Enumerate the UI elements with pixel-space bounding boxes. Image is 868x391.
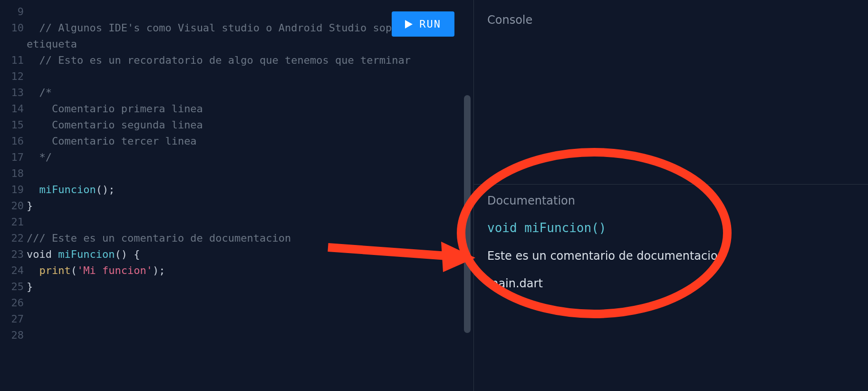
documentation-panel: Documentation void miFuncion() Este es u…: [474, 185, 868, 391]
code-line[interactable]: }: [27, 279, 473, 295]
editor-pane: RUN 910111213141516171819202122232425262…: [0, 0, 473, 391]
code-line[interactable]: void miFuncion() {: [27, 246, 473, 263]
line-number: 28: [0, 327, 24, 343]
line-number: 14: [0, 101, 24, 117]
code-line[interactable]: /// Este es un comentario de documentaci…: [27, 230, 473, 246]
line-number: 10: [0, 20, 24, 52]
line-number: 22: [0, 230, 24, 246]
editor-scrollbar-thumb[interactable]: [464, 95, 471, 333]
line-number: 13: [0, 85, 24, 101]
code-line[interactable]: [27, 311, 473, 327]
documentation-signature: void miFuncion(): [487, 221, 855, 235]
line-number: 12: [0, 68, 24, 85]
code-line[interactable]: }: [27, 198, 473, 214]
code-line[interactable]: /*: [27, 85, 473, 101]
code-line[interactable]: print('Mi funcion');: [27, 263, 473, 279]
line-number: 23: [0, 246, 24, 263]
code-line[interactable]: [27, 68, 473, 85]
svg-marker-0: [405, 20, 413, 29]
line-number: 9: [0, 4, 24, 20]
line-number: 27: [0, 311, 24, 327]
line-number: 24: [0, 263, 24, 279]
code-line[interactable]: [27, 214, 473, 230]
code-line[interactable]: // Esto es un recordatorio de algo que t…: [27, 52, 473, 68]
code-line[interactable]: */: [27, 149, 473, 166]
line-number: 15: [0, 117, 24, 133]
line-number: 16: [0, 133, 24, 149]
run-button-label: RUN: [419, 18, 441, 30]
documentation-title: Documentation: [487, 194, 855, 207]
line-number: 26: [0, 295, 24, 311]
code-line[interactable]: Comentario segunda linea: [27, 117, 473, 133]
code-line[interactable]: Comentario tercer linea: [27, 133, 473, 149]
documentation-description: Este es un comentario de documentacion: [487, 249, 855, 263]
code-line[interactable]: [27, 166, 473, 182]
code-area[interactable]: 910111213141516171819202122232425262728 …: [0, 4, 473, 343]
console-title: Console: [487, 13, 855, 27]
right-pane: Console Documentation void miFuncion() E…: [473, 0, 868, 391]
code-content[interactable]: // Algunos IDE's como Visual studio o An…: [27, 4, 473, 343]
documentation-file: main.dart: [487, 277, 855, 290]
line-gutter: 910111213141516171819202122232425262728: [0, 4, 27, 343]
code-line[interactable]: [27, 295, 473, 311]
run-button[interactable]: RUN: [392, 11, 454, 37]
line-number: 21: [0, 214, 24, 230]
line-number: 11: [0, 52, 24, 68]
code-line[interactable]: miFuncion();: [27, 182, 473, 198]
line-number: 18: [0, 166, 24, 182]
code-line[interactable]: Comentario primera linea: [27, 101, 473, 117]
console-panel: Console: [474, 0, 868, 185]
line-number: 19: [0, 182, 24, 198]
line-number: 25: [0, 279, 24, 295]
line-number: 17: [0, 149, 24, 166]
line-number: 20: [0, 198, 24, 214]
code-line[interactable]: [27, 327, 473, 343]
play-icon: [405, 20, 413, 29]
